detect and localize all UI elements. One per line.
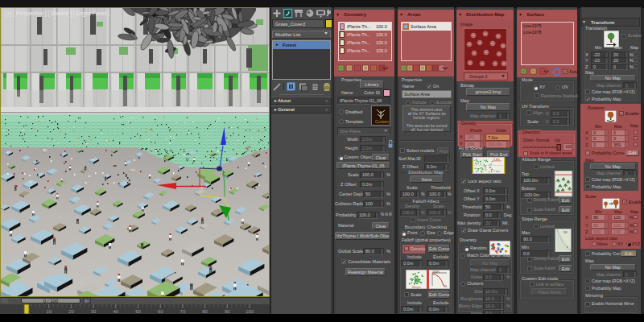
svg-text:20: 20 <box>68 309 74 314</box>
svg-text:100%: 100% <box>432 270 440 274</box>
svg-text:X dist: X dist <box>493 158 500 161</box>
svg-text:30: 30 <box>91 309 97 314</box>
svg-text:Custom: Custom <box>375 119 389 124</box>
svg-text:80: 80 <box>202 309 208 314</box>
svg-text:Y dist: Y dist <box>493 170 500 173</box>
svg-text:40: 40 <box>113 309 118 314</box>
svg-text:90: 90 <box>225 309 230 314</box>
svg-text:50: 50 <box>135 309 141 314</box>
svg-text:60: 60 <box>158 309 163 314</box>
svg-text:100: 100 <box>246 309 254 314</box>
svg-text:70: 70 <box>180 309 186 314</box>
svg-text:Margin: Margin <box>412 286 421 289</box>
svg-text:90: 90 <box>444 285 447 288</box>
svg-text:90°: 90° <box>564 231 568 234</box>
svg-text:[+] [ Perspective ] [ Shaded ]: [+] [ Perspective ] [ Shaded ] [ Edged F… <box>6 10 109 17</box>
svg-text:10: 10 <box>46 309 52 314</box>
